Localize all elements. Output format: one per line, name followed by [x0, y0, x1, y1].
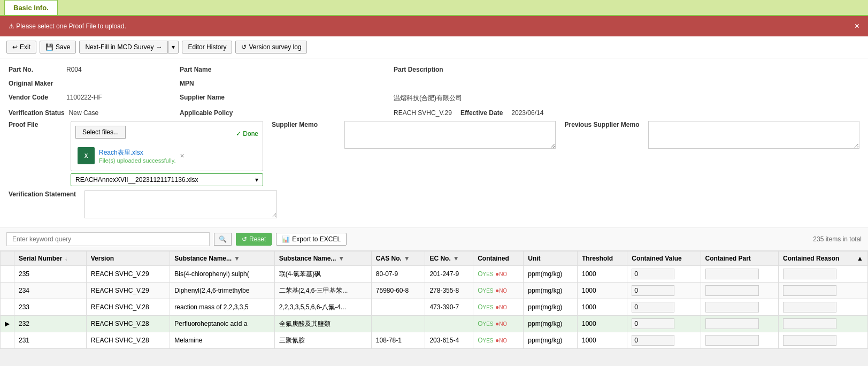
search-input[interactable]: [6, 232, 210, 246]
cell-contained-value[interactable]: [627, 283, 701, 299]
proof-file-area: Select files... ✓ Done X Reach表里.xlsx Fi…: [71, 121, 263, 171]
supplier-memo-label: Supplier Memo: [272, 119, 318, 128]
part-description-label: Part Description: [394, 64, 452, 73]
cell-contained-reason[interactable]: [778, 332, 867, 349]
filter-icon[interactable]: ▼: [338, 255, 344, 262]
alert-message: ⚠ Please select one Proof File to upload…: [9, 22, 126, 30]
filter-icon[interactable]: ▼: [453, 255, 459, 262]
next-fill-dropdown[interactable]: ▾: [168, 41, 179, 54]
tab-bar: Basic Info.: [0, 0, 868, 16]
contained-value-input[interactable]: [632, 302, 674, 312]
cell-substance-cn: 全氟庚酸及其鹽類: [274, 316, 371, 332]
contained-value-input[interactable]: [632, 318, 674, 329]
contained-reason-input[interactable]: [783, 335, 836, 346]
previous-supplier-memo-textarea[interactable]: [648, 121, 859, 149]
version-survey-log-button[interactable]: ↺ Version survey log: [235, 41, 307, 54]
cell-contained-reason[interactable]: [778, 316, 867, 332]
cell-contained-part[interactable]: [701, 316, 778, 332]
save-button[interactable]: 💾 Save: [40, 41, 76, 54]
expand-icon: ▶: [5, 320, 10, 327]
scroll-indicator: ▲: [857, 255, 863, 262]
contained-reason-input[interactable]: [783, 302, 836, 312]
filter-icon[interactable]: ▼: [234, 255, 240, 262]
contained-reason-input[interactable]: [783, 269, 836, 279]
search-button[interactable]: 🔍: [214, 233, 232, 246]
original-maker-label: Original Maker: [9, 78, 62, 87]
reset-button[interactable]: ↺ Reset: [236, 233, 272, 246]
cell-substance-en: Melamine: [170, 332, 274, 349]
th-substance-name-en[interactable]: Substance Name... ▼: [170, 251, 274, 266]
select-files-button[interactable]: Select files...: [75, 126, 126, 139]
cell-contained-part[interactable]: [701, 299, 778, 316]
contained-part-input[interactable]: [705, 285, 759, 296]
cell-serial: 231: [14, 332, 87, 349]
th-substance-name-cn[interactable]: Substance Name... ▼: [274, 251, 371, 266]
cell-contained-part[interactable]: [701, 283, 778, 299]
vendor-code-value: 1100222-HF: [66, 92, 102, 101]
contained-part-input[interactable]: [705, 302, 759, 312]
contained-part-input[interactable]: [705, 318, 759, 329]
table-row: 235REACH SVHC_V.29Bis(4-chlorophenyl) su…: [1, 266, 868, 283]
contained-value-input[interactable]: [632, 335, 674, 346]
next-fill-button[interactable]: Next-Fill in MCD Survey →: [79, 41, 168, 54]
cell-cas-no: 75980-60-8: [371, 283, 425, 299]
th-serial-number[interactable]: Serial Number ↓: [14, 251, 87, 266]
done-label: ✓ Done: [236, 130, 258, 138]
close-icon[interactable]: ×: [855, 21, 859, 31]
contained-reason-input[interactable]: [783, 318, 836, 329]
cell-contained-part[interactable]: [701, 332, 778, 349]
verification-statement-label: Verification Statement: [9, 188, 76, 198]
contained-value-input[interactable]: [632, 285, 674, 296]
exit-button[interactable]: ↩ Exit: [6, 41, 36, 54]
cell-expand: [1, 332, 14, 349]
annex-dropdown[interactable]: REACHAnnexXVII__20231121171136.xlsx ▾: [71, 173, 263, 186]
cell-threshold: 1000: [578, 283, 627, 299]
supplier-memo-textarea[interactable]: [344, 121, 556, 149]
cell-contained-part[interactable]: [701, 266, 778, 283]
cell-expand[interactable]: ▶: [1, 316, 14, 332]
cell-version: REACH SVHC_V.29: [86, 283, 170, 299]
cell-contained-reason[interactable]: [778, 283, 867, 299]
part-name-label: Part Name: [180, 64, 228, 73]
cell-ec-no: 201-247-9: [425, 266, 473, 283]
cell-contained-value[interactable]: [627, 299, 701, 316]
export-excel-button[interactable]: 📊 Export to EXCEL: [276, 233, 347, 246]
contained-part-input[interactable]: [705, 269, 759, 279]
cell-expand: [1, 266, 14, 283]
effective-date-label: Effective Date: [460, 107, 503, 117]
cell-unit: ppm(mg/kg): [524, 283, 578, 299]
th-version[interactable]: Version: [86, 251, 170, 266]
part-no-value: R004: [66, 64, 82, 73]
contained-part-input[interactable]: [705, 335, 759, 346]
cell-version: REACH SVHC_V.28: [86, 316, 170, 332]
cell-contained[interactable]: OYES ●NO: [473, 332, 524, 349]
th-cas-no[interactable]: CAS No. ▼: [371, 251, 425, 266]
cell-contained[interactable]: OYES ●NO: [473, 299, 524, 316]
cell-cas-no: 108-78-1: [371, 332, 425, 349]
table-row: ▶232REACH SVHC_V.28Perfluoroheptanoic ac…: [1, 316, 868, 332]
cell-version: REACH SVHC_V.28: [86, 332, 170, 349]
cell-contained-reason[interactable]: [778, 266, 867, 283]
remove-file-icon[interactable]: ×: [180, 151, 184, 160]
cell-contained[interactable]: OYES ●NO: [473, 283, 524, 299]
cell-cas-no: [371, 299, 425, 316]
editor-history-button[interactable]: Editor History: [182, 41, 232, 54]
cell-contained[interactable]: OYES ●NO: [473, 316, 524, 332]
filter-icon[interactable]: ▼: [404, 255, 410, 262]
tab-basic-info[interactable]: Basic Info.: [4, 0, 58, 15]
th-ec-no[interactable]: EC No. ▼: [425, 251, 473, 266]
contained-reason-input[interactable]: [783, 285, 836, 296]
contained-value-input[interactable]: [632, 269, 674, 279]
verification-status-value: New Case: [69, 107, 98, 117]
cell-contained[interactable]: OYES ●NO: [473, 266, 524, 283]
cell-contained-value[interactable]: [627, 266, 701, 283]
uploaded-file-name: Reach表里.xlsx: [99, 148, 175, 157]
verification-statement-textarea[interactable]: [85, 190, 277, 218]
cell-contained-value[interactable]: [627, 332, 701, 349]
exit-icon: ↩: [12, 43, 18, 51]
cell-contained-value[interactable]: [627, 316, 701, 332]
cell-unit: ppm(mg/kg): [524, 332, 578, 349]
cell-version: REACH SVHC_V.28: [86, 299, 170, 316]
toolbar: ↩ Exit 💾 Save Next-Fill in MCD Survey → …: [0, 36, 868, 58]
cell-contained-reason[interactable]: [778, 299, 867, 316]
